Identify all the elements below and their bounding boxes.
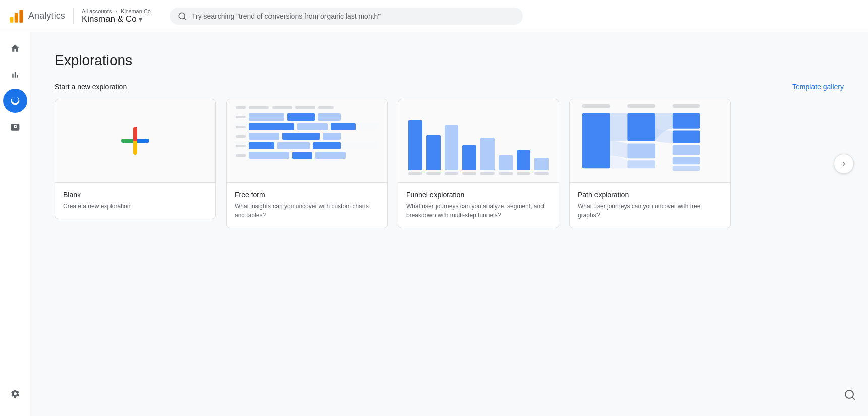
- account-selector[interactable]: All accounts › Kinsman Co Kinsman & Co ▾: [74, 8, 159, 24]
- svg-line-18: [852, 397, 854, 399]
- svg-rect-12: [673, 113, 700, 129]
- top-navigation: Analytics All accounts › Kinsman Co Kins…: [0, 0, 868, 32]
- app-logo-area: Analytics: [8, 8, 74, 24]
- sidebar-item-settings[interactable]: [3, 382, 27, 406]
- body-layout: Explorations Start a new exploration Tem…: [0, 32, 868, 416]
- home-icon: [10, 43, 20, 53]
- funnel-exploration-card[interactable]: Funnel exploration What user journeys ca…: [398, 99, 559, 228]
- path-card-title: Path exploration: [578, 191, 722, 199]
- funnel-card-preview: [398, 99, 559, 183]
- svg-rect-1: [15, 13, 18, 22]
- svg-rect-8: [582, 113, 610, 168]
- bottom-search-icon[interactable]: [844, 389, 856, 404]
- funnel-preview-art: [398, 99, 559, 182]
- section-label: Start a new exploration: [55, 83, 127, 91]
- svg-rect-10: [627, 143, 655, 158]
- breadcrumb: All accounts › Kinsman Co: [82, 8, 151, 14]
- sidebar-item-home[interactable]: [3, 36, 27, 61]
- blank-card-desc: Create a new exploration: [63, 202, 207, 211]
- freeform-card-preview: [227, 99, 387, 183]
- svg-rect-2: [19, 10, 23, 23]
- sidebar-item-reports[interactable]: [3, 63, 27, 87]
- app-name-label: Analytics: [28, 11, 65, 21]
- svg-rect-16: [673, 166, 700, 171]
- funnel-card-title: Funnel exploration: [406, 191, 551, 199]
- freeform-exploration-card[interactable]: Free form What insights can you uncover …: [226, 99, 388, 228]
- analytics-logo-icon: [8, 8, 24, 24]
- freeform-card-info: Free form What insights can you uncover …: [227, 183, 387, 228]
- path-card-desc: What user journeys can you uncover with …: [578, 202, 722, 220]
- left-navigation: [0, 32, 30, 416]
- search-placeholder-text: Try searching "trend of conversions from…: [192, 12, 381, 20]
- sidebar-item-explore[interactable]: [3, 89, 27, 113]
- plus-icon: [121, 127, 149, 155]
- blank-card-title: Blank: [63, 191, 207, 199]
- exploration-cards-row: Blank Create a new exploration: [55, 99, 844, 228]
- settings-icon: [10, 389, 20, 399]
- main-content-area: Explorations Start a new exploration Tem…: [30, 32, 868, 416]
- svg-rect-15: [673, 157, 700, 164]
- blank-card-info: Blank Create a new exploration: [55, 183, 215, 219]
- svg-rect-14: [673, 145, 700, 155]
- reports-icon: [10, 70, 20, 80]
- funnel-card-desc: What user journeys can you analyze, segm…: [406, 202, 551, 220]
- account-dropdown-icon: ▾: [139, 15, 142, 23]
- freeform-preview-art: [227, 99, 387, 182]
- svg-rect-5: [582, 104, 610, 108]
- path-exploration-card[interactable]: Path exploration What user journeys can …: [569, 99, 731, 228]
- page-title: Explorations: [55, 52, 844, 69]
- blank-exploration-card[interactable]: Blank Create a new exploration: [55, 99, 216, 219]
- search-icon: [178, 12, 187, 21]
- svg-rect-0: [10, 17, 13, 22]
- funnel-card-info: Funnel exploration What user journeys ca…: [398, 183, 559, 228]
- svg-line-4: [184, 18, 185, 19]
- svg-rect-11: [627, 160, 655, 168]
- svg-rect-6: [627, 104, 655, 108]
- svg-rect-9: [627, 113, 655, 141]
- svg-rect-7: [673, 104, 700, 108]
- explore-icon: [10, 96, 20, 106]
- svg-rect-13: [673, 131, 700, 143]
- advertising-icon: [10, 122, 20, 132]
- search-bottom-icon: [844, 389, 856, 401]
- scroll-next-button[interactable]: ›: [834, 154, 854, 174]
- section-header: Start a new exploration Template gallery: [55, 83, 844, 91]
- template-gallery-link[interactable]: Template gallery: [792, 83, 844, 91]
- freeform-card-title: Free form: [235, 191, 379, 199]
- path-card-info: Path exploration What user journeys can …: [570, 183, 730, 228]
- chevron-right-icon: ›: [842, 158, 845, 169]
- blank-card-preview: [55, 99, 215, 183]
- path-card-preview: [570, 99, 730, 183]
- freeform-card-desc: What insights can you uncover with custo…: [235, 202, 379, 220]
- sidebar-item-advertising[interactable]: [3, 115, 27, 139]
- account-title[interactable]: Kinsman & Co ▾: [82, 14, 151, 24]
- path-preview-art: [570, 99, 730, 182]
- global-search-bar[interactable]: Try searching "trend of conversions from…: [170, 8, 523, 25]
